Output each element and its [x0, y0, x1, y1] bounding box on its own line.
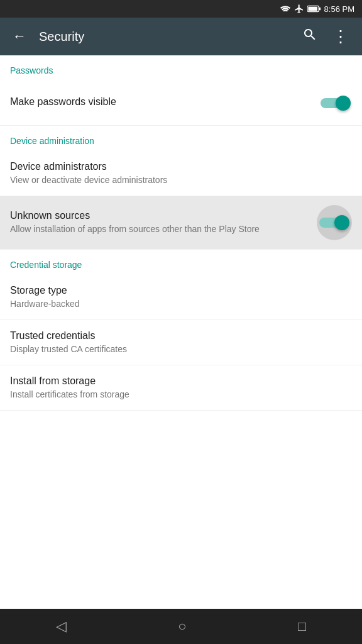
device-administrators-title: Device administrators [10, 161, 352, 172]
device-administrators-item[interactable]: Device administrators View or deactivate… [0, 151, 362, 196]
page-title: Security [39, 30, 290, 44]
recent-nav-button[interactable]: □ [283, 613, 321, 640]
make-passwords-visible-toggle[interactable] [319, 93, 352, 113]
device-administration-section-header: Device administration [0, 126, 362, 151]
make-passwords-visible-title: Make passwords visible [10, 96, 319, 108]
svg-rect-2 [308, 7, 317, 11]
device-administrators-subtitle: View or deactivate device administrators [10, 174, 352, 186]
app-bar: ← Security ⋮ [0, 18, 362, 55]
storage-type-item[interactable]: Storage type Hardware-backed [0, 275, 362, 320]
wifi-icon [280, 4, 291, 13]
make-passwords-visible-text: Make passwords visible [10, 96, 319, 109]
trusted-credentials-text: Trusted credentials Display trusted CA c… [10, 330, 352, 355]
status-time: 8:56 PM [324, 4, 354, 14]
status-bar: 8:56 PM [0, 0, 362, 18]
unknown-sources-item[interactable]: Unknown sources Allow installation of ap… [0, 196, 362, 250]
back-nav-button[interactable]: ◁ [41, 613, 82, 640]
trusted-credentials-title: Trusted credentials [10, 330, 352, 341]
back-button[interactable]: ← [10, 26, 29, 47]
install-from-storage-item[interactable]: Install from storage Install certificate… [0, 365, 362, 411]
passwords-section-header: Passwords [0, 55, 362, 80]
battery-icon [307, 4, 321, 13]
storage-type-subtitle: Hardware-backed [10, 298, 352, 309]
credential-storage-section-header: Credential storage [0, 250, 362, 275]
unknown-sources-subtitle: Allow installation of apps from sources … [10, 223, 317, 235]
trusted-credentials-subtitle: Display trusted CA certificates [10, 343, 352, 355]
install-from-storage-subtitle: Install certificates from storage [10, 389, 352, 400]
bottom-navigation: ◁ ○ □ [0, 609, 362, 644]
storage-type-title: Storage type [10, 285, 352, 296]
airplane-icon [294, 4, 304, 14]
settings-content: Passwords Make passwords visible Device … [0, 55, 362, 609]
make-passwords-visible-item[interactable]: Make passwords visible [0, 80, 362, 126]
more-options-button[interactable]: ⋮ [330, 25, 352, 49]
storage-type-text: Storage type Hardware-backed [10, 285, 352, 309]
unknown-sources-toggle[interactable] [318, 213, 351, 233]
search-icon [302, 27, 317, 42]
toggle-thumb [336, 96, 351, 111]
install-from-storage-title: Install from storage [10, 375, 352, 387]
status-icons: 8:56 PM [280, 4, 354, 14]
device-administrators-text: Device administrators View or deactivate… [10, 161, 352, 186]
home-nav-button[interactable]: ○ [163, 613, 201, 640]
search-button[interactable] [300, 25, 320, 48]
trusted-credentials-item[interactable]: Trusted credentials Display trusted CA c… [0, 320, 362, 365]
toggle-thumb-2 [334, 215, 349, 230]
unknown-sources-title: Unknown sources [10, 210, 317, 221]
unknown-sources-text: Unknown sources Allow installation of ap… [10, 210, 317, 235]
unknown-sources-ripple [317, 205, 352, 240]
svg-rect-1 [319, 8, 321, 11]
install-from-storage-text: Install from storage Install certificate… [10, 375, 352, 400]
